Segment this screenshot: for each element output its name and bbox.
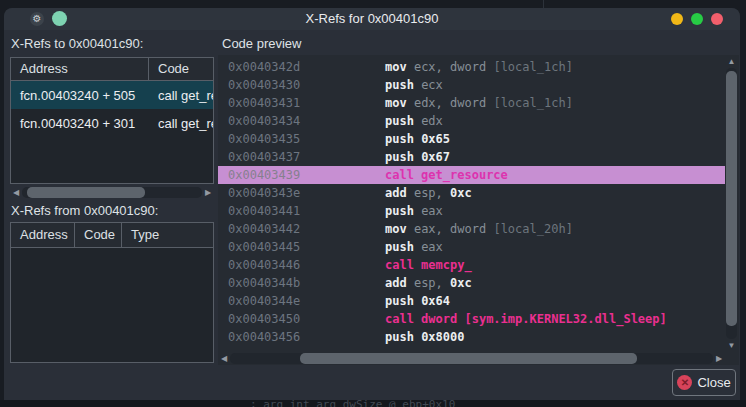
code-line: 0x00403450call dword [sym.imp.KERNEL32.d… — [218, 310, 725, 328]
code-line: 0x00403431mov edx, dword [local_1ch] — [218, 94, 725, 112]
instruction-text: push 0x65 — [385, 132, 450, 146]
instruction-text: mov edx, dword [local_1ch] — [385, 96, 573, 110]
instruction-text: push 0x67 — [385, 150, 450, 164]
instruction-address: 0x00403439 — [228, 166, 385, 184]
code-line-highlighted: 0x00403439call get_resource — [218, 166, 725, 184]
scrollbar-track[interactable] — [22, 187, 202, 198]
instruction-address: 0x00403434 — [228, 112, 385, 130]
scroll-down-icon[interactable]: ▼ — [725, 339, 738, 352]
instruction-address: 0x0040344b — [228, 274, 385, 292]
code-preview-label: Code preview — [222, 36, 302, 51]
code-line: 0x00403446call memcpy_ — [218, 256, 725, 274]
instruction-address: 0x00403456 — [228, 328, 385, 346]
column-header-type[interactable]: Type — [122, 223, 213, 247]
code-line: 0x00403456push 0x8000 — [218, 328, 725, 346]
code-line: 0x0040343eadd esp, 0xc — [218, 184, 725, 202]
window-close-button[interactable] — [711, 13, 723, 25]
xref-code: call get_res — [149, 116, 213, 131]
column-header-code[interactable]: Code — [75, 223, 122, 247]
code-lines: 0x0040342dmov ecx, dword [local_1ch]0x00… — [218, 58, 725, 346]
xrefs-from-header: Address Code Type — [11, 223, 213, 248]
instruction-address: 0x00403442 — [228, 220, 385, 238]
xrefs-to-header: Address Code — [11, 58, 213, 81]
instruction-address: 0x00403430 — [228, 76, 385, 94]
instruction-address: 0x00403441 — [228, 202, 385, 220]
scrollbar-thumb[interactable] — [726, 71, 737, 326]
close-button[interactable]: ✕ Close — [672, 369, 736, 396]
instruction-text: push 0x64 — [385, 294, 450, 308]
xrefs-dialog: ⚙ X-Refs for 0x00401c90 X-Refs to 0x0040… — [4, 8, 740, 400]
close-icon: ✕ — [677, 375, 692, 390]
background-panel-divider — [543, 0, 544, 8]
xrefs-from-label: X-Refs from 0x00401c90: — [11, 203, 158, 218]
background-code-text: ; arg int arg_dwSize @ ebp+0x10 — [250, 400, 455, 407]
code-line: 0x0040344badd esp, 0xc — [218, 274, 725, 292]
instruction-address: 0x00403445 — [228, 238, 385, 256]
instruction-address: 0x0040343e — [228, 184, 385, 202]
titlebar[interactable]: ⚙ X-Refs for 0x00401c90 — [4, 8, 740, 30]
minimize-button[interactable] — [671, 13, 683, 25]
code-line: 0x0040342dmov ecx, dword [local_1ch] — [218, 58, 725, 76]
code-hscrollbar[interactable]: ◀ ▶ — [218, 352, 725, 365]
instruction-text: call dword [sym.imp.KERNEL32.dll_Sleep] — [385, 312, 667, 326]
code-preview-panel: 0x0040342dmov ecx, dword [local_1ch]0x00… — [218, 55, 739, 365]
scroll-right-icon[interactable]: ▶ — [713, 352, 725, 365]
scrollbar-track[interactable] — [230, 353, 713, 364]
instruction-address: 0x00403446 — [228, 256, 385, 274]
instruction-text: add esp, 0xc — [385, 186, 472, 200]
xrefs-to-label: X-Refs to 0x00401c90: — [11, 36, 143, 51]
instruction-text: push eax — [385, 204, 443, 218]
instruction-text: call get_resource — [385, 168, 508, 182]
instruction-text: call memcpy_ — [385, 258, 472, 272]
instruction-text: add esp, 0xc — [385, 276, 472, 290]
instruction-text: push ecx — [385, 78, 443, 92]
instruction-address: 0x00403431 — [228, 94, 385, 112]
code-line: 0x00403430push ecx — [218, 76, 725, 94]
column-header-code[interactable]: Code — [149, 58, 213, 80]
scrollbar-thumb[interactable] — [27, 187, 145, 198]
code-line: 0x00403435push 0x65 — [218, 130, 725, 148]
instruction-address: 0x00403450 — [228, 310, 385, 328]
scrollbar-thumb[interactable] — [300, 353, 637, 364]
instruction-address: 0x00403437 — [228, 148, 385, 166]
window-title: X-Refs for 0x00401c90 — [4, 11, 740, 26]
scrollbar-track[interactable] — [726, 68, 737, 339]
code-line: 0x00403441push eax — [218, 202, 725, 220]
instruction-text: push eax — [385, 240, 443, 254]
instruction-text: push 0x8000 — [385, 330, 464, 344]
xref-code: call get_res — [149, 88, 213, 103]
scroll-left-icon[interactable]: ◀ — [10, 186, 22, 199]
xrefs-to-hscrollbar[interactable]: ◀ ▶ — [10, 186, 214, 199]
instruction-text: mov eax, dword [local_20h] — [385, 222, 573, 236]
instruction-address: 0x00403435 — [228, 130, 385, 148]
code-line: 0x00403445push eax — [218, 238, 725, 256]
column-header-address[interactable]: Address — [11, 223, 75, 247]
code-line: 0x0040344epush 0x64 — [218, 292, 725, 310]
instruction-address: 0x0040342d — [228, 58, 385, 76]
background-window-top — [0, 0, 746, 8]
xrefs-from-table: Address Code Type — [10, 222, 214, 363]
instruction-address: 0x0040344e — [228, 292, 385, 310]
close-button-label: Close — [697, 375, 730, 390]
scroll-right-icon[interactable]: ▶ — [202, 186, 214, 199]
code-line: 0x00403442mov eax, dword [local_20h] — [218, 220, 725, 238]
code-line: 0x00403437push 0x67 — [218, 148, 725, 166]
xref-address: fcn.00403240 + 505 — [11, 88, 149, 103]
xrefs-to-table: Address Code fcn.00403240 + 505call get_… — [10, 57, 214, 184]
background-window-bottom: ; arg int arg_dwSize @ ebp+0x10 — [0, 400, 746, 407]
xref-row[interactable]: fcn.00403240 + 505call get_res — [11, 81, 213, 109]
xref-row[interactable]: fcn.00403240 + 301call get_res — [11, 109, 213, 137]
xrefs-to-body: fcn.00403240 + 505call get_resfcn.004032… — [11, 81, 213, 137]
instruction-text: mov ecx, dword [local_1ch] — [385, 60, 573, 74]
instruction-text: push edx — [385, 114, 443, 128]
code-vscrollbar[interactable]: ▲ ▼ — [725, 55, 738, 352]
scroll-left-icon[interactable]: ◀ — [218, 352, 230, 365]
maximize-button[interactable] — [691, 13, 703, 25]
code-line: 0x00403434push edx — [218, 112, 725, 130]
scroll-up-icon[interactable]: ▲ — [725, 55, 738, 68]
column-header-address[interactable]: Address — [11, 58, 149, 80]
xref-address: fcn.00403240 + 301 — [11, 116, 149, 131]
